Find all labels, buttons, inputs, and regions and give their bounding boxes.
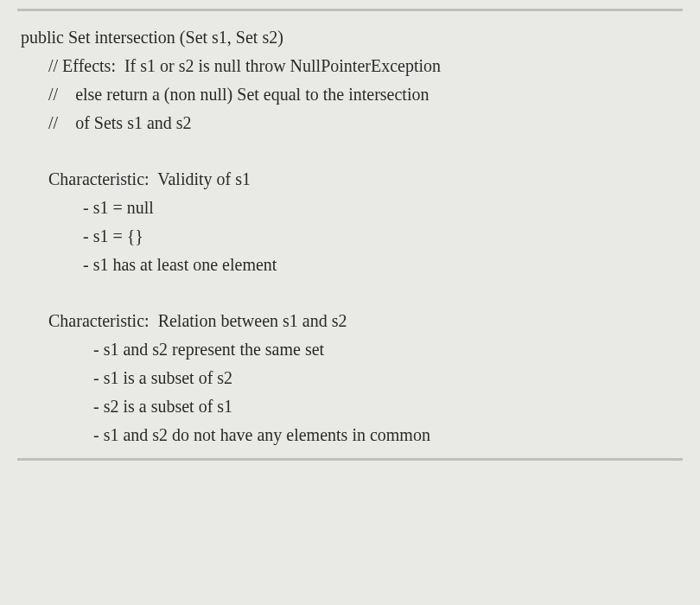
comment-prefix: // Effects: bbox=[48, 56, 116, 75]
comment-text: of Sets s1 and s2 bbox=[75, 113, 191, 132]
characteristic-2: Characteristic: Relation between s1 and … bbox=[21, 307, 683, 449]
comment-line-3: // of Sets s1 and s2 bbox=[21, 109, 683, 137]
comment-prefix: // bbox=[48, 113, 58, 132]
list-item: - s1 is a subset of s2 bbox=[48, 364, 683, 392]
comment-line-1: // Effects: If s1 or s2 is null throw Nu… bbox=[21, 52, 683, 80]
top-divider bbox=[17, 9, 683, 11]
characteristic-2-title: Characteristic: Relation between s1 and … bbox=[48, 307, 683, 335]
list-item: - s1 has at least one element bbox=[48, 251, 683, 279]
characteristic-name: Validity of s1 bbox=[157, 169, 251, 188]
characteristic-1-title: Characteristic: Validity of s1 bbox=[48, 165, 683, 194]
bottom-divider bbox=[17, 458, 683, 461]
document-body: public Set intersection (Set s1, Set s2)… bbox=[17, 23, 683, 449]
comment-prefix: // bbox=[48, 85, 58, 104]
list-item: - s1 and s2 do not have any elements in … bbox=[48, 421, 683, 449]
characteristic-label: Characteristic: bbox=[48, 311, 150, 330]
characteristic-1: Characteristic: Validity of s1 - s1 = nu… bbox=[21, 165, 683, 279]
comment-text: else return a (non null) Set equal to th… bbox=[75, 85, 429, 104]
characteristic-name: Relation between s1 and s2 bbox=[158, 311, 347, 330]
characteristic-label: Characteristic: bbox=[48, 169, 150, 188]
list-item: - s1 = null bbox=[48, 194, 683, 222]
list-item: - s1 = {} bbox=[48, 222, 683, 251]
comment-line-2: // else return a (non null) Set equal to… bbox=[21, 80, 683, 109]
method-signature: public Set intersection (Set s1, Set s2) bbox=[21, 23, 683, 52]
list-item: - s1 and s2 represent the same set bbox=[48, 335, 683, 364]
list-item: - s2 is a subset of s1 bbox=[48, 392, 683, 421]
comment-text: If s1 or s2 is null throw NullPointerExc… bbox=[124, 56, 441, 75]
